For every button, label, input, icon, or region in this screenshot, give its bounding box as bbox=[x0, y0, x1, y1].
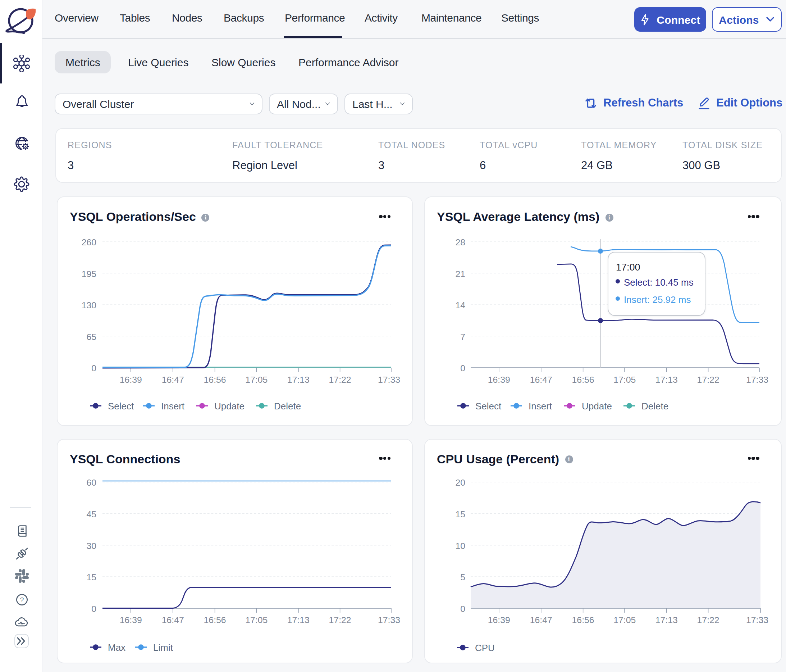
svg-text:45: 45 bbox=[86, 509, 96, 519]
svg-text:17:05: 17:05 bbox=[613, 375, 635, 384]
svg-text:14: 14 bbox=[455, 301, 465, 310]
svg-text:17:33: 17:33 bbox=[746, 615, 768, 625]
svg-text:16:56: 16:56 bbox=[572, 375, 594, 384]
svg-text:130: 130 bbox=[82, 301, 96, 310]
svg-text:15: 15 bbox=[86, 572, 96, 582]
svg-text:21: 21 bbox=[455, 269, 465, 279]
svg-text:260: 260 bbox=[82, 238, 96, 247]
svg-text:CPU: CPU bbox=[475, 642, 494, 653]
svg-text:17:13: 17:13 bbox=[287, 375, 310, 384]
svg-text:17:22: 17:22 bbox=[697, 615, 719, 625]
svg-text:Insert: Insert bbox=[161, 401, 185, 412]
svg-text:20: 20 bbox=[455, 477, 465, 487]
svg-text:Select: Select bbox=[475, 401, 501, 412]
svg-text:60: 60 bbox=[86, 477, 96, 487]
svg-text:17:05: 17:05 bbox=[245, 375, 267, 384]
svg-text:17:22: 17:22 bbox=[697, 375, 719, 384]
svg-text:16:39: 16:39 bbox=[487, 615, 510, 625]
svg-text:15: 15 bbox=[455, 509, 465, 519]
svg-text:5: 5 bbox=[460, 572, 465, 582]
svg-text:17:33: 17:33 bbox=[378, 375, 400, 384]
svg-text:Update: Update bbox=[582, 401, 612, 412]
svg-text:7: 7 bbox=[460, 332, 465, 342]
svg-text:16:47: 16:47 bbox=[530, 615, 552, 625]
svg-text:16:39: 16:39 bbox=[120, 375, 142, 384]
svg-text:0: 0 bbox=[91, 604, 96, 613]
svg-text:16:47: 16:47 bbox=[162, 375, 184, 384]
svg-text:17:33: 17:33 bbox=[378, 615, 400, 625]
svg-text:17:13: 17:13 bbox=[287, 615, 310, 625]
svg-text:17:05: 17:05 bbox=[245, 615, 267, 625]
svg-text:17:33: 17:33 bbox=[746, 375, 768, 384]
svg-text:16:39: 16:39 bbox=[120, 615, 142, 625]
svg-text:16:47: 16:47 bbox=[530, 375, 552, 384]
svg-text:16:47: 16:47 bbox=[162, 615, 184, 625]
svg-text:16:56: 16:56 bbox=[572, 615, 594, 625]
svg-text:0: 0 bbox=[91, 364, 96, 373]
svg-text:16:56: 16:56 bbox=[204, 615, 226, 625]
svg-text:Max: Max bbox=[108, 642, 126, 653]
svg-text:17:13: 17:13 bbox=[655, 615, 678, 625]
svg-text:Update: Update bbox=[214, 401, 245, 412]
svg-text:16:56: 16:56 bbox=[204, 375, 226, 384]
svg-text:10: 10 bbox=[455, 541, 465, 551]
svg-text:0: 0 bbox=[460, 364, 465, 373]
svg-text:Delete: Delete bbox=[641, 401, 668, 412]
svg-text:195: 195 bbox=[82, 269, 96, 279]
svg-text:30: 30 bbox=[86, 541, 96, 551]
svg-text:17:22: 17:22 bbox=[329, 375, 351, 384]
svg-text:0: 0 bbox=[460, 604, 465, 613]
svg-text:17:22: 17:22 bbox=[329, 615, 351, 625]
svg-text:Insert: Insert bbox=[528, 401, 552, 412]
svg-text:Delete: Delete bbox=[274, 401, 301, 412]
svg-text:28: 28 bbox=[455, 238, 465, 247]
svg-text:65: 65 bbox=[86, 332, 96, 342]
svg-text:17:13: 17:13 bbox=[655, 375, 678, 384]
svg-text:?: ? bbox=[20, 596, 24, 604]
svg-text:Select: Select bbox=[108, 401, 134, 412]
svg-text:16:39: 16:39 bbox=[487, 375, 510, 384]
svg-text:17:05: 17:05 bbox=[613, 615, 635, 625]
svg-text:Limit: Limit bbox=[153, 642, 173, 653]
